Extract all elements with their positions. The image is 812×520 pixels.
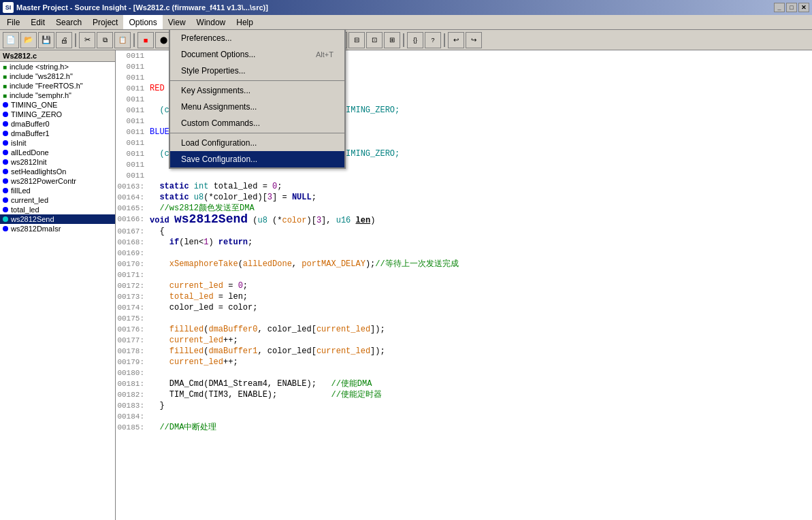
document-options-label: Document Options... <box>181 50 255 59</box>
sidebar-item-ws2812send[interactable]: ws2812Send <box>0 214 115 224</box>
menu-edit[interactable]: Edit <box>25 15 50 29</box>
code-line-179: 00179: current_led++; <box>116 357 812 368</box>
sidebar-item-total-led[interactable]: total_led <box>0 205 115 214</box>
maximize-button[interactable]: □ <box>786 3 797 12</box>
menu-file[interactable]: File <box>1 15 25 29</box>
sidebar-item-setheadlights[interactable]: setHeadlightsOn <box>0 167 115 176</box>
key-assignments-label: Key Assignments... <box>181 86 250 95</box>
menu-options[interactable]: Options <box>123 15 162 29</box>
code-line-175: 00175: <box>116 313 812 324</box>
sidebar-item-dmabuffer0[interactable]: dmaBuffer0 <box>0 119 115 129</box>
toolbar-sep-6 <box>403 33 404 47</box>
sidebar-item-label: include "FreeRTOS.h" <box>10 82 83 90</box>
code-line-170: 00170: xSemaphoreTake(allLedDone, portMA… <box>116 259 812 270</box>
menu-load-configuration[interactable]: Load Configuration... <box>170 135 344 151</box>
dot-icon <box>3 112 8 117</box>
sidebar-item-label: dmaBuffer1 <box>11 129 50 137</box>
sidebar-item-label: dmaBuffer0 <box>11 120 50 128</box>
code-line-182: 00182: TIM_Cmd(TIM3, ENABLE); //使能定时器 <box>116 389 812 400</box>
paste-button[interactable]: 📋 <box>114 32 131 48</box>
code-line-181: 00181: DMA_Cmd(DMA1_Stream4, ENABLE); //… <box>116 378 812 389</box>
menu-save-configuration[interactable]: Save Configuration... <box>170 151 344 167</box>
menu-assignments-label: Menu Assignments... <box>181 102 257 112</box>
dot-icon <box>3 150 8 155</box>
code-line-176: 00176: fillLed(dmaBuffer0, color_led[cur… <box>116 324 812 335</box>
close-button[interactable]: ✕ <box>798 3 809 12</box>
code-line-178: 00178: fillLed(dmaBuffer1, color_led[cur… <box>116 346 812 357</box>
open-button[interactable]: 📂 <box>20 32 37 48</box>
code-line: 0011 <box>116 170 812 181</box>
minimize-button[interactable]: _ <box>774 3 785 12</box>
fn2-button[interactable]: ? <box>425 32 441 48</box>
toolbar-sep-7 <box>444 33 445 47</box>
sidebar-item-label: include <string.h> <box>10 63 69 71</box>
sidebar-item-ws2812power[interactable]: ws2812PowerContr <box>0 176 115 186</box>
menu-help[interactable]: Help <box>231 15 259 29</box>
dot-icon <box>3 159 8 165</box>
custom-commands-label: Custom Commands... <box>181 118 260 128</box>
toolbar-sep-2 <box>133 33 135 47</box>
menu-preferences[interactable]: Preferences... <box>170 30 344 46</box>
menu-separator-1 <box>170 80 344 81</box>
menu-window[interactable]: Window <box>191 15 231 29</box>
style-properties-label: Style Properties... <box>181 66 246 76</box>
menu-search[interactable]: Search <box>50 15 87 29</box>
print-button[interactable]: 🖨 <box>56 32 72 48</box>
dot-icon <box>3 169 8 174</box>
sidebar-item-timing-zero[interactable]: TIMING_ZERO <box>0 110 115 119</box>
redo-button[interactable]: ↪ <box>466 32 482 48</box>
menu-project[interactable]: Project <box>87 15 123 29</box>
code-line-177: 00177: current_led++; <box>116 335 812 346</box>
menu-document-options[interactable]: Document Options... Alt+T <box>170 46 344 63</box>
sidebar-item-label: ws2812DmaIsr <box>11 225 61 233</box>
grid2-button[interactable]: ⊟ <box>348 32 365 48</box>
grid3-button[interactable]: ⊡ <box>366 32 383 48</box>
grid4-button[interactable]: ⊞ <box>384 32 400 48</box>
undo-button[interactable]: ↩ <box>448 32 464 48</box>
sidebar-item-include-ws2812[interactable]: ■ include "ws2812.h" <box>0 71 115 81</box>
sidebar-item-include-string[interactable]: ■ include <string.h> <box>0 62 115 71</box>
window-controls: _ □ ✕ <box>774 3 809 12</box>
copy-button[interactable]: ⧉ <box>97 32 113 48</box>
menu-key-assignments[interactable]: Key Assignments... <box>170 82 344 99</box>
save-configuration-label: Save Configuration... <box>181 155 257 164</box>
sidebar-item-ws2812dmaisr[interactable]: ws2812DmaIsr <box>0 224 115 233</box>
dot-icon <box>3 121 8 127</box>
menu-custom-commands[interactable]: Custom Commands... <box>170 115 344 131</box>
app-icon: SI <box>3 2 14 13</box>
menu-bar: File Edit Search Project Options View Wi… <box>0 15 812 30</box>
dot-icon <box>3 197 8 203</box>
sidebar-item-allleddone[interactable]: allLedDone <box>0 148 115 157</box>
menu-view[interactable]: View <box>163 15 191 29</box>
sidebar-item-label: ws2812Init <box>11 158 47 166</box>
stop-button[interactable]: ■ <box>137 32 154 48</box>
sidebar-item-label: include "semphr.h" <box>10 91 71 99</box>
sidebar-item-label: ws2812PowerContr <box>11 177 76 185</box>
sidebar-item-fillled[interactable]: fillLed <box>0 186 115 195</box>
sidebar-item-label: fillLed <box>11 186 31 195</box>
sidebar-item-ws2812init[interactable]: ws2812Init <box>0 157 115 167</box>
load-configuration-label: Load Configuration... <box>181 138 257 148</box>
sidebar-item-include-semphr[interactable]: ■ include "semphr.h" <box>0 91 115 100</box>
sidebar-item-include-freertos[interactable]: ■ include "FreeRTOS.h" <box>0 81 115 91</box>
code-line-180: 00180: <box>116 368 812 378</box>
menu-style-properties[interactable]: Style Properties... <box>170 63 344 79</box>
cut-button[interactable]: ✂ <box>79 32 95 48</box>
sidebar-item-dmabuffer1[interactable]: dmaBuffer1 <box>0 129 115 138</box>
sidebar-item-label: current_led <box>11 196 48 204</box>
menu-menu-assignments[interactable]: Menu Assignments... <box>170 99 344 115</box>
dot-icon <box>3 131 8 136</box>
document-options-shortcut: Alt+T <box>316 50 334 59</box>
sidebar-item-label: TIMING_ZERO <box>11 110 62 118</box>
code-line-163: 00163: static int total_led = 0; <box>116 181 812 192</box>
include-icon: ■ <box>3 92 7 99</box>
new-button[interactable]: 📄 <box>3 32 19 48</box>
sidebar-item-current-led[interactable]: current_led <box>0 195 115 205</box>
code-line-166: 00166: void ws2812Send (u8 (*color)[3], … <box>116 214 812 226</box>
sidebar-item-isinit[interactable]: isInit <box>0 138 115 148</box>
sidebar-item-timing-one[interactable]: TIMING_ONE <box>0 100 115 110</box>
sidebar-header: Ws2812.c <box>0 50 115 62</box>
save-button[interactable]: 💾 <box>38 32 54 48</box>
fn1-button[interactable]: {} <box>407 32 423 48</box>
main-content: Ws2812.c ■ include <string.h> ■ include … <box>0 50 812 520</box>
